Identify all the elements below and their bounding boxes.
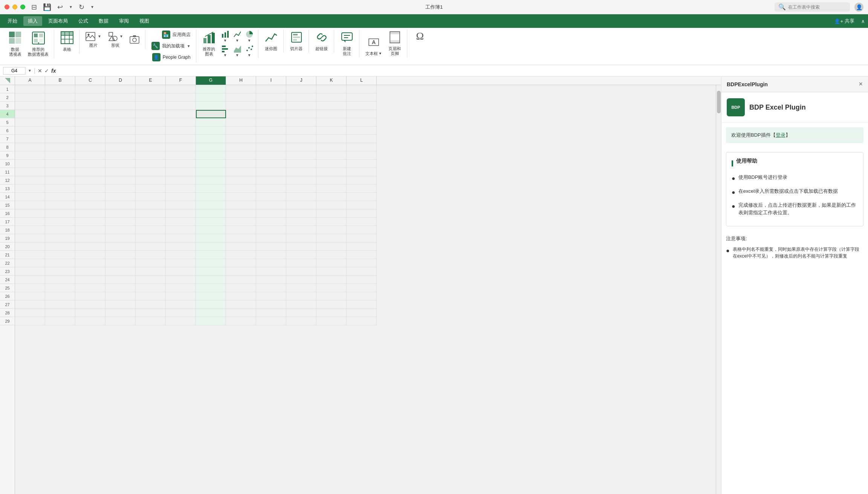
cell-A25[interactable] xyxy=(15,284,45,292)
cell-E19[interactable] xyxy=(136,234,166,242)
cell-A5[interactable] xyxy=(15,118,45,127)
cell-H13[interactable] xyxy=(226,184,256,193)
cell-C11[interactable] xyxy=(75,168,105,176)
cell-E24[interactable] xyxy=(136,276,166,284)
cell-K26[interactable] xyxy=(316,292,347,300)
cell-A22[interactable] xyxy=(15,259,45,267)
col-header-J[interactable]: J xyxy=(286,76,316,85)
cell-K16[interactable] xyxy=(316,209,347,218)
row-num-1[interactable]: 1 xyxy=(0,85,15,93)
cell-C22[interactable] xyxy=(75,259,105,267)
cell-L18[interactable] xyxy=(347,226,377,234)
cell-J14[interactable] xyxy=(286,193,316,201)
cell-K5[interactable] xyxy=(316,118,347,127)
cell-A13[interactable] xyxy=(15,184,45,193)
cell-H20[interactable] xyxy=(226,242,256,251)
cell-A7[interactable] xyxy=(15,135,45,143)
col-header-L[interactable]: L xyxy=(347,76,377,85)
cell-C19[interactable] xyxy=(75,234,105,242)
cell-I29[interactable] xyxy=(256,317,286,325)
cell-B6[interactable] xyxy=(45,127,75,135)
cell-A26[interactable] xyxy=(15,292,45,300)
cell-G29[interactable] xyxy=(196,317,226,325)
cell-J9[interactable] xyxy=(286,151,316,160)
cell-C21[interactable] xyxy=(75,251,105,259)
cell-G21[interactable] xyxy=(196,251,226,259)
cell-B20[interactable] xyxy=(45,242,75,251)
cell-I6[interactable] xyxy=(256,127,286,135)
my-addins-button[interactable]: 🔧 我的加载项 ▼ xyxy=(149,41,193,51)
cell-A24[interactable] xyxy=(15,276,45,284)
share-button[interactable]: 👤+ 共享 xyxy=(830,16,858,26)
column-chart-button[interactable]: ▼ xyxy=(220,29,231,43)
cell-L26[interactable] xyxy=(347,292,377,300)
row-num-23[interactable]: 23 xyxy=(0,267,15,276)
cell-L10[interactable] xyxy=(347,160,377,168)
cell-I11[interactable] xyxy=(256,168,286,176)
cell-E13[interactable] xyxy=(136,184,166,193)
cell-G18[interactable] xyxy=(196,226,226,234)
cell-G23[interactable] xyxy=(196,267,226,276)
cell-K25[interactable] xyxy=(316,284,347,292)
bar-chart-button[interactable]: ▼ xyxy=(220,44,231,58)
cell-C26[interactable] xyxy=(75,292,105,300)
cell-L9[interactable] xyxy=(347,151,377,160)
line-chart-button[interactable]: ▼ xyxy=(232,29,243,43)
cell-A20[interactable] xyxy=(15,242,45,251)
cell-C12[interactable] xyxy=(75,176,105,184)
cell-reference[interactable]: G4 xyxy=(3,67,26,75)
cell-E10[interactable] xyxy=(136,160,166,168)
cell-I10[interactable] xyxy=(256,160,286,168)
cell-E23[interactable] xyxy=(136,267,166,276)
cell-J6[interactable] xyxy=(286,127,316,135)
cell-I24[interactable] xyxy=(256,276,286,284)
cell-D28[interactable] xyxy=(105,309,136,317)
cell-C29[interactable] xyxy=(75,317,105,325)
cell-F9[interactable] xyxy=(166,151,196,160)
cell-G3[interactable] xyxy=(196,102,226,110)
cell-L2[interactable] xyxy=(347,93,377,102)
cell-J3[interactable] xyxy=(286,102,316,110)
cell-L25[interactable] xyxy=(347,284,377,292)
cell-B26[interactable] xyxy=(45,292,75,300)
cell-A1[interactable] xyxy=(15,85,45,93)
cell-C4[interactable] xyxy=(75,110,105,118)
row-num-10[interactable]: 10 xyxy=(0,160,15,168)
image-button[interactable]: ▼ 图片 xyxy=(83,29,104,49)
cell-J19[interactable] xyxy=(286,234,316,242)
cell-H24[interactable] xyxy=(226,276,256,284)
cell-J1[interactable] xyxy=(286,85,316,93)
cell-K15[interactable] xyxy=(316,201,347,209)
cell-F11[interactable] xyxy=(166,168,196,176)
cell-C16[interactable] xyxy=(75,209,105,218)
cell-B23[interactable] xyxy=(45,267,75,276)
cell-B27[interactable] xyxy=(45,300,75,309)
scrollbar-thumb[interactable] xyxy=(717,91,721,113)
cell-K17[interactable] xyxy=(316,218,347,226)
textbox-button[interactable]: A 文本框 ▼ xyxy=(363,34,384,58)
cell-E14[interactable] xyxy=(136,193,166,201)
cell-J5[interactable] xyxy=(286,118,316,127)
cell-C6[interactable] xyxy=(75,127,105,135)
cell-D20[interactable] xyxy=(105,242,136,251)
cell-L19[interactable] xyxy=(347,234,377,242)
col-header-F[interactable]: F xyxy=(166,76,196,85)
cell-G17[interactable] xyxy=(196,218,226,226)
cancel-formula-button[interactable]: ✕ xyxy=(38,68,42,74)
cell-K2[interactable] xyxy=(316,93,347,102)
cell-A2[interactable] xyxy=(15,93,45,102)
cell-K11[interactable] xyxy=(316,168,347,176)
confirm-formula-button[interactable]: ✓ xyxy=(44,68,49,74)
cell-J4[interactable] xyxy=(286,110,316,118)
cell-H7[interactable] xyxy=(226,135,256,143)
cell-E21[interactable] xyxy=(136,251,166,259)
cell-G10[interactable] xyxy=(196,160,226,168)
cell-J2[interactable] xyxy=(286,93,316,102)
cell-B21[interactable] xyxy=(45,251,75,259)
cell-L21[interactable] xyxy=(347,251,377,259)
col-header-D[interactable]: D xyxy=(105,76,136,85)
cell-D19[interactable] xyxy=(105,234,136,242)
cell-L22[interactable] xyxy=(347,259,377,267)
cell-E15[interactable] xyxy=(136,201,166,209)
cell-J22[interactable] xyxy=(286,259,316,267)
